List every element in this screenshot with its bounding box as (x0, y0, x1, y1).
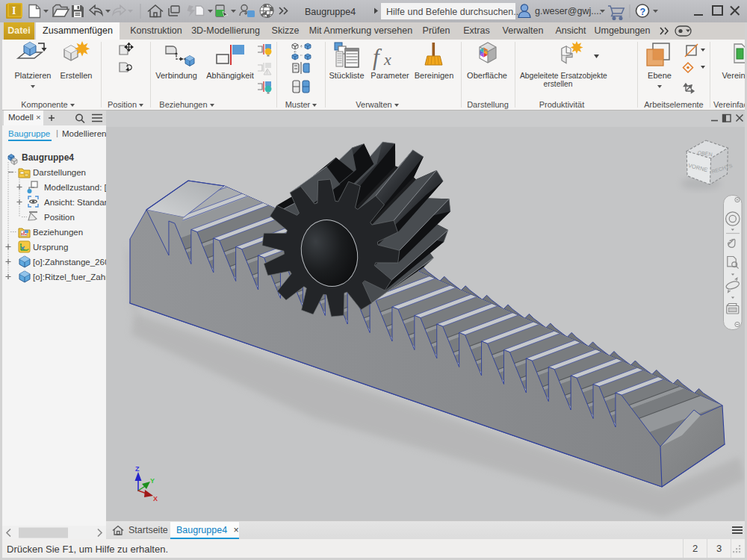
svg-text:Modellzustand: [Pr: Modellzustand: [Pr (44, 183, 106, 192)
svg-text:Ursprung: Ursprung (33, 243, 68, 252)
svg-text:Y: Y (150, 477, 155, 485)
svg-text:Beziehungen: Beziehungen (33, 228, 83, 237)
svg-text:x: x (383, 50, 391, 69)
svg-text:I: I (12, 5, 16, 16)
svg-text:Baugruppe4: Baugruppe4 (22, 152, 74, 163)
svg-text:?: ? (640, 7, 646, 17)
svg-text:Hilfe und Befehle durchsuchen.: Hilfe und Befehle durchsuchen... (386, 7, 521, 17)
svg-text:f: f (373, 44, 382, 70)
svg-text:[o]:Zahnstange_2602: [o]:Zahnstange_2602 (33, 258, 106, 267)
svg-text:Darstellungen: Darstellungen (33, 168, 86, 177)
svg-text:[o]:Ritzel_fuer_Zahns: [o]:Ritzel_fuer_Zahns (33, 273, 106, 281)
svg-text:Baugruppe4: Baugruppe4 (305, 7, 356, 17)
svg-text:X: X (153, 495, 158, 503)
svg-text:!: ! (267, 69, 268, 75)
svg-text:Z: Z (135, 465, 140, 473)
svg-text:Position: Position (44, 213, 75, 222)
svg-text:Ansicht: Standard: Ansicht: Standard (44, 198, 106, 207)
svg-text:g.weser@gwj....: g.weser@gwj.... (535, 6, 601, 16)
